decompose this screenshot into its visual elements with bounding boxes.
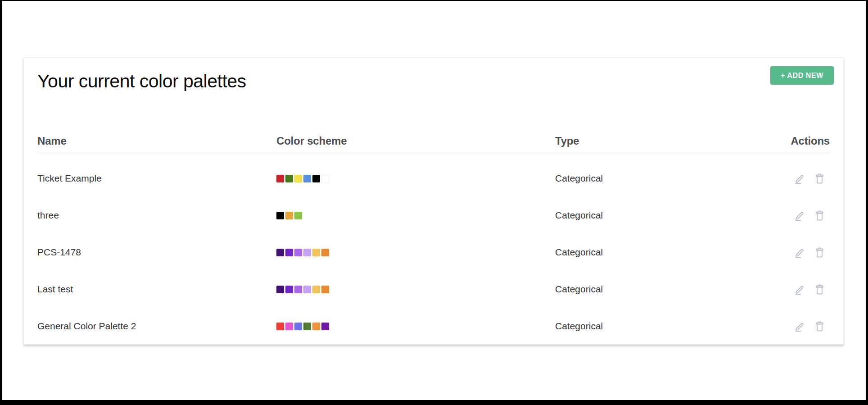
trash-icon [814, 320, 826, 332]
pencil-icon [794, 320, 806, 332]
color-swatch [294, 212, 302, 219]
edit-button[interactable] [793, 282, 806, 296]
table-header-row: Name Color scheme Type Actions [37, 130, 830, 152]
card-header: Your current color palettes + ADD NEW [24, 58, 843, 92]
trash-icon [814, 283, 826, 296]
color-swatch [321, 175, 329, 182]
color-swatch [285, 175, 293, 182]
add-new-button[interactable]: + ADD NEW [770, 66, 834, 85]
palette-name: Last test [37, 284, 276, 295]
color-swatch [294, 323, 302, 330]
color-swatch [276, 212, 284, 219]
color-swatch [321, 286, 329, 293]
color-swatch [303, 286, 311, 293]
palette-type: Categorical [555, 284, 749, 295]
column-header-type: Type [555, 135, 749, 147]
palette-type: Categorical [555, 247, 749, 258]
color-swatch [276, 175, 284, 182]
color-swatch [303, 249, 311, 256]
color-swatch [321, 323, 329, 330]
delete-button[interactable] [813, 209, 826, 222]
palette-type: Categorical [555, 173, 749, 184]
edit-button[interactable] [793, 172, 806, 185]
palettes-table: Name Color scheme Type Actions Ticket Ex… [24, 130, 843, 345]
color-scheme-swatches [276, 323, 555, 330]
palette-type: Categorical [555, 321, 749, 332]
color-swatch [276, 286, 284, 293]
row-actions [749, 246, 830, 259]
color-swatch [312, 286, 320, 293]
table-row: PCS-1478 Categorical [37, 234, 830, 271]
palette-name: PCS-1478 [37, 247, 276, 258]
trash-icon [814, 209, 826, 222]
page-background: Your current color palettes + ADD NEW Na… [2, 1, 866, 400]
color-swatch [285, 212, 293, 219]
color-swatch [321, 249, 329, 256]
color-swatch [285, 249, 293, 256]
color-swatch [312, 249, 320, 256]
row-actions [749, 282, 830, 296]
table-row: three Categorical [37, 197, 830, 234]
color-scheme-swatches [276, 249, 555, 256]
column-header-color-scheme: Color scheme [276, 135, 555, 147]
edit-button[interactable] [793, 246, 806, 259]
table-row: Last test Categorical [37, 271, 830, 308]
color-swatch [303, 175, 311, 182]
color-scheme-swatches [276, 175, 555, 182]
edit-button[interactable] [793, 209, 806, 222]
delete-button[interactable] [813, 282, 826, 296]
color-swatch [294, 249, 302, 256]
pencil-icon [794, 283, 806, 296]
palette-name: Ticket Example [37, 173, 276, 184]
page-title: Your current color palettes [37, 70, 246, 92]
palette-name: General Color Palette 2 [37, 321, 276, 332]
color-swatch [312, 323, 320, 330]
table-body: Ticket Example Categorical three Categor… [37, 152, 830, 345]
trash-icon [814, 173, 826, 185]
color-swatch [294, 286, 302, 293]
trash-icon [814, 246, 826, 259]
row-actions [749, 209, 830, 222]
table-row: Ticket Example Categorical [37, 160, 830, 197]
color-swatch [303, 323, 311, 330]
color-palettes-card: Your current color palettes + ADD NEW Na… [23, 57, 844, 345]
row-actions [749, 172, 830, 185]
color-scheme-swatches [276, 286, 555, 293]
delete-button[interactable] [813, 172, 826, 185]
delete-button[interactable] [813, 246, 826, 259]
column-header-name: Name [37, 135, 276, 147]
color-swatch [312, 175, 320, 182]
color-swatch [294, 175, 302, 182]
color-swatch [276, 323, 284, 330]
pencil-icon [794, 173, 806, 185]
row-actions [749, 319, 830, 333]
column-header-actions: Actions [749, 135, 830, 147]
palette-name: three [37, 210, 276, 221]
pencil-icon [794, 209, 806, 222]
color-scheme-swatches [276, 212, 555, 219]
pencil-icon [794, 246, 806, 259]
color-swatch [285, 286, 293, 293]
edit-button[interactable] [793, 319, 806, 333]
palette-type: Categorical [555, 210, 749, 221]
color-swatch [276, 249, 284, 256]
table-row: General Color Palette 2 Categorical [37, 308, 830, 345]
delete-button[interactable] [813, 319, 826, 333]
color-swatch [285, 323, 293, 330]
